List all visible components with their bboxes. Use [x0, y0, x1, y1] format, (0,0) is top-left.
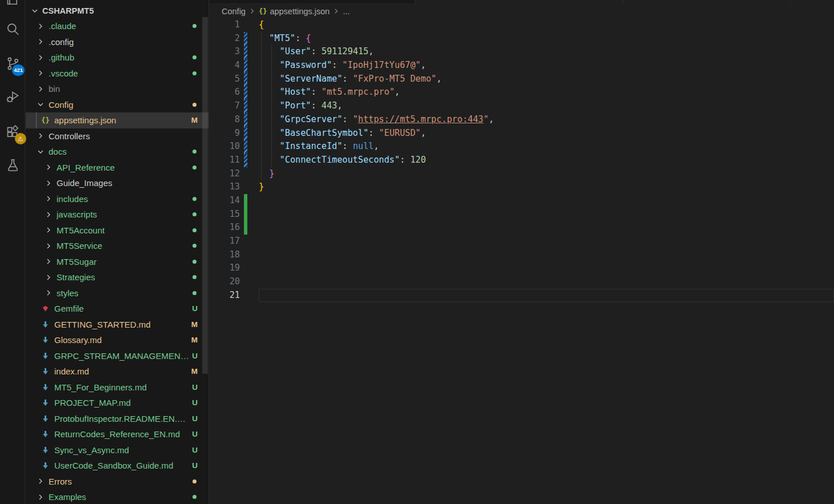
tree-item-appsettings-json[interactable]: {}appsettings.jsonM: [26, 112, 209, 128]
gutter-modified-indicator[interactable]: [244, 59, 247, 72]
tree-item-returncodes-reference-en-md[interactable]: ReturnCodes_Reference_EN.mdU: [26, 426, 209, 442]
gutter-added-indicator[interactable]: [244, 194, 247, 208]
code-token: ,: [374, 141, 379, 151]
tree-item-docs[interactable]: docs: [26, 144, 209, 160]
tree-item-getting-started-md[interactable]: GETTING_STARTED.mdM: [26, 317, 209, 333]
gutter-added-indicator[interactable]: [244, 208, 247, 221]
git-status-badge: U: [189, 446, 209, 454]
line-number: 2: [210, 32, 240, 46]
tree-item-includes[interactable]: includes: [26, 191, 209, 207]
code-line-21[interactable]: 21: [210, 289, 834, 303]
tree-item-api-reference[interactable]: API_Reference: [26, 160, 209, 176]
json-file-icon: {}: [259, 7, 267, 15]
url-link[interactable]: https://mt5.mrpc.pro:443: [358, 114, 483, 124]
code-line-14[interactable]: 14: [210, 194, 834, 208]
tree-item-grpc-stream-management[interactable]: GRPC_STREAM_MANAGEMENT…U: [26, 348, 209, 364]
code-line-19[interactable]: 19: [210, 261, 834, 275]
code-line-16[interactable]: 16: [210, 221, 834, 235]
tree-item-mt5service[interactable]: MT5Service: [26, 238, 209, 254]
tree-item-config[interactable]: Config: [26, 97, 209, 113]
gutter-modified-indicator[interactable]: [244, 140, 247, 154]
tree-item-label: ProtobufInspector.README.EN.…: [54, 414, 189, 424]
tree-item-errors[interactable]: Errors: [26, 474, 209, 490]
tree-item-mt5sugar[interactable]: MT5Sugar: [26, 254, 209, 270]
tree-item-index-md[interactable]: index.mdM: [26, 364, 209, 380]
tree-item-mt5account[interactable]: MT5Account: [26, 223, 209, 239]
gutter-modified-indicator[interactable]: [244, 99, 247, 113]
indent-guide: [259, 113, 269, 127]
code-token: :: [311, 46, 321, 57]
tree-item-github[interactable]: .github: [26, 50, 209, 66]
code-line-3[interactable]: 3"User": 591129415,: [210, 45, 834, 59]
explorer-icon[interactable]: [0, 0, 25, 13]
gutter-added-indicator[interactable]: [244, 221, 247, 235]
extensions-icon[interactable]: ⚠: [0, 119, 25, 144]
tree-item-usercode-sandbox-guide-md[interactable]: UserCode_Sandbox_Guide.mdU: [26, 458, 209, 474]
sidebar-scrollbar[interactable]: [202, 17, 208, 374]
code-line-8[interactable]: 8"GrpcServer": "https://mt5.mrpc.pro:443…: [210, 113, 834, 127]
code-token: :: [342, 141, 352, 151]
tree-item-sync-vs-async-md[interactable]: Sync_vs_Async.mdU: [26, 442, 209, 458]
code-line-7[interactable]: 7"Port": 443,: [210, 99, 834, 113]
tree-item-label: .vscode: [49, 68, 189, 78]
search-icon[interactable]: [0, 17, 25, 42]
tree-item-bin[interactable]: bin: [26, 81, 209, 97]
code-line-5[interactable]: 5"ServerName": "FxPro-MT5 Demo",: [210, 72, 834, 86]
breadcrumb-symbol-tail[interactable]: ...: [343, 7, 350, 16]
gutter-modified-indicator[interactable]: [244, 127, 247, 140]
tree-item-vscode[interactable]: .vscode: [26, 66, 209, 82]
code-line-15[interactable]: 15: [210, 208, 834, 221]
code-line-10[interactable]: 10"InstanceId": null,: [210, 140, 834, 154]
code-line-9[interactable]: 9"BaseChartSymbol": "EURUSD",: [210, 127, 834, 140]
tree-item-glossary-md[interactable]: Glossary.mdM: [26, 332, 209, 348]
line-number: 14: [210, 194, 240, 208]
gutter-modified-indicator[interactable]: [244, 45, 247, 59]
testing-icon[interactable]: [0, 152, 25, 178]
tree-item-strategies[interactable]: Strategies: [26, 269, 209, 285]
gutter-modified-indicator[interactable]: [244, 86, 247, 99]
code-line-4[interactable]: 4"Password": "IpoHj17tYu67@",: [210, 59, 834, 72]
breadcrumb-file[interactable]: appsettings.json: [270, 7, 330, 16]
code-line-11[interactable]: 11"ConnectTimeoutSeconds": 120: [210, 154, 834, 167]
line-number: 19: [210, 261, 240, 275]
tree-item-label: Glossary.md: [54, 335, 189, 345]
git-status-badge: U: [189, 461, 209, 470]
code-line-12[interactable]: 12}: [210, 167, 834, 181]
code-line-18[interactable]: 18: [210, 248, 834, 262]
tree-item-config[interactable]: .config: [26, 34, 209, 50]
tree-item-controllers[interactable]: Controllers: [26, 128, 209, 144]
tree-item-label: MT5Sugar: [57, 257, 189, 267]
code-line-1[interactable]: 1{: [210, 18, 834, 32]
code-line-2[interactable]: 2"MT5": {: [210, 32, 834, 46]
tree-item-guide-images[interactable]: Guide_Images: [26, 175, 209, 191]
breadcrumb-folder[interactable]: Config: [222, 7, 246, 16]
tree-item-mt5-for-beginners-md[interactable]: MT5_For_Beginners.mdU: [26, 380, 209, 396]
json-file-icon: {}: [41, 115, 50, 125]
code-token: }: [259, 182, 264, 192]
gutter-modified-indicator[interactable]: [244, 32, 247, 46]
code-line-6[interactable]: 6"Host": "mt5.mrpc.pro",: [210, 86, 834, 99]
run-and-debug-icon[interactable]: [0, 84, 25, 109]
tree-item-examples[interactable]: Examples: [26, 489, 209, 504]
tab-segment[interactable]: [210, 0, 415, 4]
gutter-modified-indicator[interactable]: [244, 154, 247, 167]
tree-item-label: .config: [49, 37, 189, 47]
tree-item-project-map-md[interactable]: PROJECT_MAP.mdU: [26, 395, 209, 411]
code-token: :: [342, 74, 352, 84]
tree-item-styles[interactable]: styles: [26, 285, 209, 301]
tree-item-gemfile[interactable]: GemfileU: [26, 301, 209, 317]
code-token: "Port": [280, 100, 311, 111]
tree-item-protobufinspector-readme-en[interactable]: ProtobufInspector.README.EN.…U: [26, 411, 209, 427]
code-line-17[interactable]: 17: [210, 235, 834, 248]
tab-bar[interactable]: [210, 0, 834, 4]
source-control-icon[interactable]: 421: [0, 51, 25, 76]
gutter-modified-indicator[interactable]: [244, 113, 247, 127]
tree-item-javascripts[interactable]: javascripts: [26, 207, 209, 223]
project-root-header[interactable]: CSHARPMT5: [26, 4, 209, 18]
tree-item-claude[interactable]: .claude: [26, 18, 209, 34]
code-line-content: "ConnectTimeoutSeconds": 120: [259, 154, 834, 167]
gutter-modified-indicator[interactable]: [244, 72, 247, 86]
code-line-13[interactable]: 13}: [210, 180, 834, 194]
code-line-20[interactable]: 20: [210, 275, 834, 289]
code-editor[interactable]: 1{2"MT5": {3"User": 591129415,4"Password…: [210, 18, 834, 302]
